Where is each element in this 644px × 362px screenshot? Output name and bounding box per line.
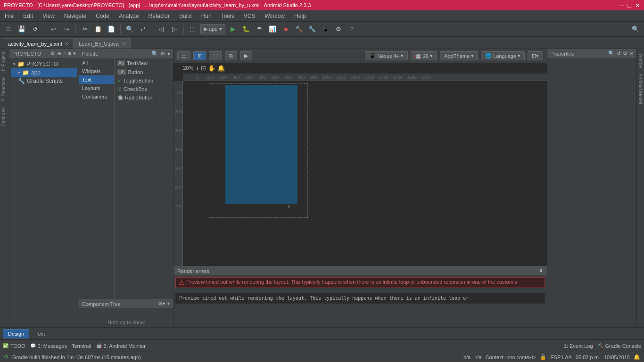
minimize-button[interactable]: ─: [619, 2, 624, 9]
toolbar-paste-icon[interactable]: 📄: [106, 24, 117, 35]
zoom-in-btn[interactable]: +: [195, 64, 199, 72]
toolbar-save-icon[interactable]: 💾: [16, 24, 27, 35]
api-dropdown[interactable]: 🤖 26 ▾: [411, 51, 437, 60]
zoom-fit-btn[interactable]: ⊡: [201, 65, 206, 72]
tab-learn-java-close[interactable]: ✕: [122, 41, 125, 46]
close-button[interactable]: ✕: [635, 2, 640, 9]
toolbar-stop-icon[interactable]: ■: [280, 24, 291, 35]
tab-activity-xml-close[interactable]: ✕: [65, 41, 68, 46]
sidebar-structure-label[interactable]: 2: Structure: [0, 74, 9, 105]
design-render-btn[interactable]: ▶: [240, 51, 252, 60]
properties-refresh-icon[interactable]: ↺: [617, 50, 621, 57]
terminal-btn[interactable]: Terminal: [72, 343, 91, 349]
menu-edit[interactable]: Edit: [21, 12, 35, 20]
palette-cat-all[interactable]: All: [79, 58, 114, 67]
menu-code[interactable]: Code: [94, 12, 111, 20]
design-blueprint-view-btn[interactable]: ⬚: [209, 51, 222, 60]
render-errors-close-icon[interactable]: ⬇: [539, 268, 543, 274]
palette-item-button[interactable]: OK Button: [115, 67, 173, 76]
event-log-btn[interactable]: 1: Event Log: [564, 343, 593, 349]
menu-refactor[interactable]: Refactor: [147, 12, 172, 20]
toolbar-run-icon[interactable]: ▶: [227, 24, 239, 35]
tree-item-proyecto[interactable]: ▾ 📁 PROYECTO: [11, 60, 77, 68]
menu-navigate[interactable]: Navigate: [62, 12, 88, 20]
canvas-area[interactable]: − 20% + ⊡ ✋ 🔔 0 100 200 300 400 500 600 …: [173, 63, 547, 327]
tab-text[interactable]: Text: [30, 329, 50, 338]
component-tree-gear-icon[interactable]: ⚙▾: [158, 301, 165, 307]
theme-dropdown[interactable]: AppTheme ▾: [440, 51, 478, 60]
toolbar-sync-icon[interactable]: ↺: [29, 24, 41, 35]
properties-settings-icon[interactable]: ⚙: [623, 50, 627, 57]
design-grid-view-btn[interactable]: ⊞: [193, 51, 206, 60]
layout-editor-btn[interactable]: ⊡▾: [528, 51, 543, 60]
menu-help[interactable]: Help: [292, 12, 308, 20]
gradle-side-label[interactable]: Gradle: [637, 51, 644, 71]
properties-search-icon[interactable]: 🔍: [608, 50, 615, 57]
palette-item-checkbox[interactable]: ☑ CheckBox: [115, 85, 173, 93]
zoom-out-btn[interactable]: −: [177, 64, 181, 72]
tree-item-app[interactable]: ▾ 📁 app: [11, 68, 77, 77]
toolbar-copy-icon[interactable]: 📋: [92, 24, 104, 35]
toolbar-gradle-icon[interactable]: 🔨: [293, 24, 305, 35]
palette-item-textview[interactable]: Ab TextView: [115, 58, 173, 67]
toolbar-help-icon[interactable]: ?: [346, 24, 357, 35]
tree-item-gradle[interactable]: 🔧 Gradle Scripts: [11, 77, 77, 85]
toolbar-avd-icon[interactable]: 📱: [320, 24, 331, 35]
palette-cat-layouts[interactable]: Layouts: [79, 84, 114, 92]
design-list-view-btn[interactable]: ☰: [177, 51, 190, 60]
tab-activity-xml[interactable]: activity_learn_by_u.xml ✕: [3, 38, 74, 49]
android-model-label[interactable]: Android Model: [637, 71, 644, 107]
toolbar-back-icon[interactable]: ◁: [156, 24, 167, 35]
menu-tools[interactable]: Tools: [219, 12, 236, 20]
design-combined-view-btn[interactable]: ⧉: [225, 51, 237, 60]
maximize-button[interactable]: □: [627, 2, 631, 9]
toolbar-cut-icon[interactable]: ✂: [79, 24, 91, 35]
menu-build[interactable]: Build: [177, 12, 194, 20]
palette-settings-icon[interactable]: ⚙: [160, 50, 165, 57]
project-arrow-icon[interactable]: ⌂: [63, 50, 66, 57]
todo-btn[interactable]: TODO: [10, 343, 25, 349]
toolbar-redo-icon[interactable]: ↪: [61, 24, 72, 35]
toolbar-menu-icon[interactable]: ☰: [3, 24, 14, 35]
project-sync-icon[interactable]: ⚙: [50, 50, 55, 57]
palette-search-icon[interactable]: 🔍: [151, 50, 158, 57]
component-tree-plus-icon[interactable]: +: [167, 301, 170, 307]
zoom-notify-btn[interactable]: 🔔: [217, 65, 225, 72]
sidebar-project-label[interactable]: 1: Project: [0, 49, 9, 74]
tab-learn-java[interactable]: Learn_By_U.java ✕: [74, 38, 130, 49]
menu-view[interactable]: View: [41, 12, 57, 20]
toolbar-undo-icon[interactable]: ↩: [48, 24, 59, 35]
project-gear-icon[interactable]: ⊕: [57, 50, 61, 57]
zoom-pan-btn[interactable]: ✋: [208, 65, 215, 72]
messages-btn[interactable]: 0: Messages: [38, 343, 67, 349]
project-chevron-icon[interactable]: ▾: [73, 50, 76, 57]
palette-menu-icon[interactable]: ▾: [167, 50, 170, 57]
toolbar-debug-icon[interactable]: 🐛: [240, 24, 252, 35]
toolbar-settings-icon[interactable]: ⚙: [333, 24, 344, 35]
toolbar-structure-icon[interactable]: ⬚: [187, 24, 198, 35]
app-dropdown[interactable]: ▶ app ▾: [200, 24, 225, 34]
palette-cat-text[interactable]: Text: [79, 75, 114, 84]
gradle-console-btn[interactable]: Gradle Console: [605, 343, 641, 349]
android-monitor-btn[interactable]: 6: Android Monitor: [104, 343, 146, 349]
resize-handle[interactable]: //: [288, 205, 290, 210]
project-filter-icon[interactable]: ≡: [68, 50, 71, 57]
toolbar-replace-icon[interactable]: ⇄: [137, 24, 149, 35]
toolbar-search-all-icon[interactable]: 🔍: [630, 24, 641, 35]
toolbar-forward-icon[interactable]: ▷: [169, 24, 180, 35]
toolbar-coverage-icon[interactable]: ☂: [254, 24, 265, 35]
menu-vcs[interactable]: VCS: [242, 12, 257, 20]
menu-window[interactable]: Window: [263, 12, 287, 20]
palette-item-togglebutton[interactable]: ✓ ToggleButton: [115, 76, 173, 85]
toolbar-profile-icon[interactable]: 📊: [267, 24, 278, 35]
toolbar-sdk-icon[interactable]: 🔧: [306, 24, 318, 35]
menu-file[interactable]: File: [3, 12, 16, 20]
palette-cat-widgets[interactable]: Widgets: [79, 67, 114, 75]
language-dropdown[interactable]: 🌐 Language ▾: [481, 51, 525, 60]
tab-design[interactable]: Design: [3, 329, 29, 338]
toolbar-search-icon[interactable]: 🔍: [124, 24, 135, 35]
properties-close-icon[interactable]: ✕: [629, 50, 634, 57]
status-notif-icon[interactable]: 🔔: [634, 354, 640, 360]
device-dropdown[interactable]: 📱 Nexus 4+ ▾: [365, 51, 408, 60]
menu-analyze[interactable]: Analyze: [117, 12, 141, 20]
